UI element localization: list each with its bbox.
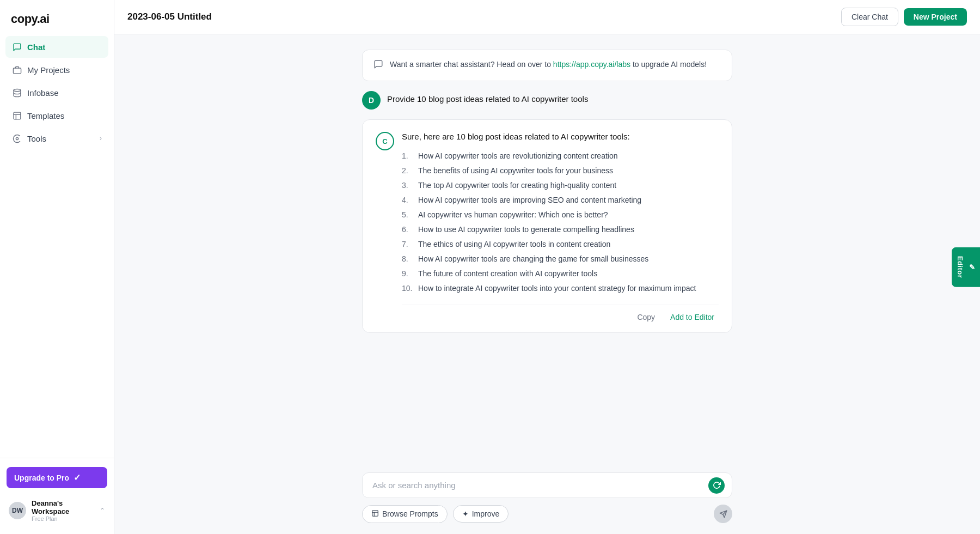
list-number: 10. — [402, 283, 414, 294]
list-item: 8.How AI copywriter tools are changing t… — [402, 252, 719, 266]
list-number: 6. — [402, 224, 414, 235]
sidebar-item-templates-label: Templates — [27, 111, 64, 120]
workspace-row[interactable]: DW Deanna's Workspace Free Plan ⌃ — [7, 496, 107, 525]
input-wrapper — [362, 472, 732, 498]
browse-prompts-button[interactable]: Browse Prompts — [362, 505, 448, 523]
list-item: 5.AI copywriter vs human copywriter: Whi… — [402, 208, 719, 222]
list-text: How to integrate AI copywriter tools int… — [418, 283, 696, 294]
ai-list: 1.How AI copywriter tools are revolution… — [402, 149, 719, 296]
list-item: 2.The benefits of using AI copywriter to… — [402, 163, 719, 178]
info-banner: Want a smarter chat assistant? Head on o… — [362, 50, 732, 81]
main-content: 2023-06-05 Untitled Clear Chat New Proje… — [114, 0, 980, 534]
chat-area: Want a smarter chat assistant? Head on o… — [114, 34, 980, 464]
list-item: 3.The top AI copywriter tools for creati… — [402, 178, 719, 193]
ai-intro: Sure, here are 10 blog post ideas relate… — [402, 132, 719, 141]
sidebar-bottom: Upgrade to Pro ✓ DW Deanna's Workspace F… — [0, 458, 114, 534]
user-avatar: D — [362, 91, 381, 110]
workspace-name: Deanna's Workspace — [32, 499, 94, 515]
header-actions: Clear Chat New Project — [841, 8, 967, 26]
editor-tab[interactable]: ✎ Editor — [952, 247, 980, 287]
list-number: 3. — [402, 180, 414, 191]
list-item: 4.How AI copywriter tools are improving … — [402, 193, 719, 208]
folder-icon — [12, 65, 22, 75]
editor-tab-label: Editor — [956, 256, 964, 278]
list-text: How AI copywriter tools are improving SE… — [418, 195, 641, 206]
sidebar: copy.ai Chat My Projects Infobase — [0, 0, 114, 534]
list-number: 2. — [402, 165, 414, 177]
improve-icon: ✦ — [462, 509, 469, 518]
message-icon — [373, 59, 383, 72]
upgrade-label: Upgrade to Pro — [14, 474, 69, 482]
sidebar-item-chat[interactable]: Chat — [5, 36, 108, 58]
list-number: 9. — [402, 268, 414, 280]
sidebar-item-my-projects[interactable]: My Projects — [5, 59, 108, 81]
browse-prompts-icon — [371, 509, 379, 519]
sidebar-item-infobase[interactable]: Infobase — [5, 82, 108, 104]
page-title: 2023-06-05 Untitled — [127, 11, 212, 22]
list-text: The ethics of using AI copywriter tools … — [418, 239, 610, 250]
refresh-button[interactable] — [708, 477, 725, 494]
check-circle-icon: ✓ — [74, 472, 81, 483]
svg-point-3 — [16, 137, 18, 139]
chat-container: Want a smarter chat assistant? Head on o… — [362, 50, 732, 333]
chat-icon — [12, 42, 22, 52]
send-button[interactable] — [714, 505, 732, 523]
list-item: 9.The future of content creation with AI… — [402, 266, 719, 281]
svg-point-1 — [14, 89, 21, 91]
list-number: 1. — [402, 150, 414, 162]
add-to-editor-button[interactable]: Add to Editor — [666, 311, 719, 324]
input-area: Browse Prompts ✦ Improve — [114, 464, 980, 534]
workspace-info: Deanna's Workspace Free Plan — [32, 499, 94, 522]
copy-button[interactable]: Copy — [633, 311, 659, 324]
user-message-text: Provide 10 blog post ideas related to AI… — [387, 91, 588, 104]
browse-prompts-label: Browse Prompts — [382, 509, 438, 518]
workspace-plan: Free Plan — [32, 515, 94, 522]
list-item: 1.How AI copywriter tools are revolution… — [402, 149, 719, 163]
sidebar-item-infobase-label: Infobase — [27, 88, 59, 98]
list-number: 7. — [402, 239, 414, 250]
sidebar-item-chat-label: Chat — [27, 43, 45, 52]
tools-icon — [12, 134, 22, 143]
sidebar-nav: Chat My Projects Infobase Templates — [0, 36, 114, 458]
upgrade-button[interactable]: Upgrade to Pro ✓ — [7, 467, 107, 488]
banner-text: Want a smarter chat assistant? Head on o… — [390, 59, 707, 70]
svg-rect-2 — [14, 112, 21, 119]
ai-response-card: C Sure, here are 10 blog post ideas rela… — [362, 119, 732, 333]
avatar: DW — [9, 502, 26, 519]
search-input[interactable] — [362, 472, 732, 498]
header: 2023-06-05 Untitled Clear Chat New Proje… — [114, 0, 980, 34]
ai-avatar: C — [376, 132, 394, 150]
list-text: The future of content creation with AI c… — [418, 268, 597, 280]
app-logo: copy.ai — [0, 0, 114, 36]
list-text: The top AI copywriter tools for creating… — [418, 180, 616, 191]
list-item: 7.The ethics of using AI copywriter tool… — [402, 237, 719, 252]
svg-rect-4 — [372, 510, 378, 516]
editor-tab-icon: ✎ — [967, 263, 976, 271]
list-number: 5. — [402, 209, 414, 221]
sidebar-item-tools-label: Tools — [27, 134, 46, 143]
list-text: How AI copywriter tools are revolutioniz… — [418, 150, 618, 162]
list-text: The benefits of using AI copywriter tool… — [418, 165, 613, 177]
list-number: 8. — [402, 253, 414, 265]
list-text: How AI copywriter tools are changing the… — [418, 253, 648, 265]
list-number: 4. — [402, 195, 414, 206]
improve-label: Improve — [472, 509, 500, 518]
list-item: 6.How to use AI copywriter tools to gene… — [402, 222, 719, 237]
list-item: 10.How to integrate AI copywriter tools … — [402, 281, 719, 296]
list-text: How to use AI copywriter tools to genera… — [418, 224, 634, 235]
sidebar-item-tools[interactable]: Tools › — [5, 128, 108, 149]
improve-button[interactable]: ✦ Improve — [453, 505, 509, 523]
svg-rect-0 — [13, 68, 21, 73]
ai-actions: Copy Add to Editor — [402, 305, 719, 324]
clear-chat-button[interactable]: Clear Chat — [841, 8, 898, 26]
sidebar-item-my-projects-label: My Projects — [27, 65, 70, 75]
chevron-up-down-icon: ⌃ — [100, 507, 105, 514]
ai-content: Sure, here are 10 blog post ideas relate… — [402, 132, 719, 324]
list-text: AI copywriter vs human copywriter: Which… — [418, 209, 608, 221]
database-icon — [12, 88, 22, 98]
banner-link[interactable]: https://app.copy.ai/labs — [553, 60, 630, 69]
sidebar-item-templates[interactable]: Templates — [5, 105, 108, 126]
chevron-right-icon: › — [100, 135, 102, 142]
new-project-button[interactable]: New Project — [904, 8, 967, 26]
input-buttons: Browse Prompts ✦ Improve — [362, 505, 732, 523]
